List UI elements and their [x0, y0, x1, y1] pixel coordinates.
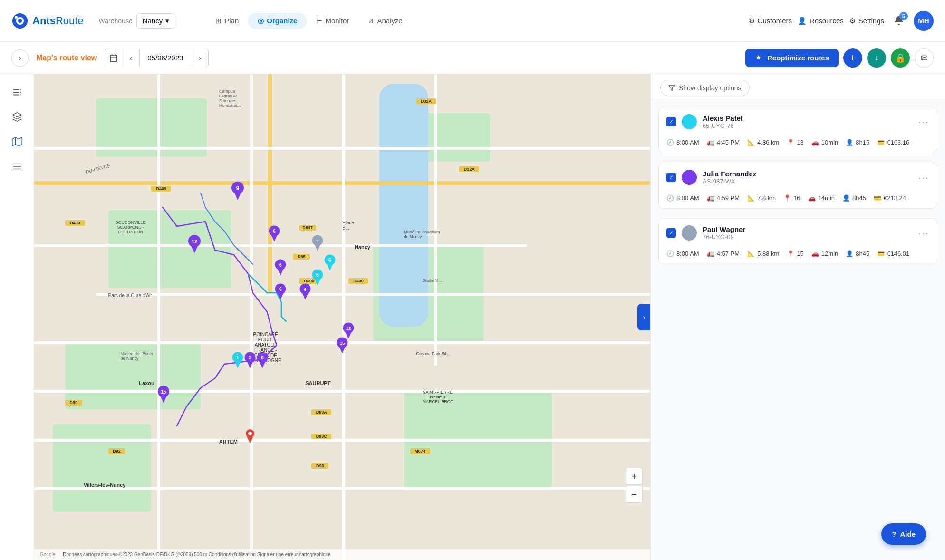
d93-label: D93: [311, 463, 328, 469]
nav-analyze[interactable]: ⊿ Analyze: [358, 13, 412, 29]
expand-button[interactable]: ›: [637, 304, 650, 330]
logo[interactable]: AntsRoute: [11, 12, 84, 29]
map-pin-6-mid[interactable]: 6: [274, 259, 287, 278]
map-pin-5-center[interactable]: 5: [311, 269, 324, 288]
map-pin-6-lower[interactable]: 6: [256, 351, 269, 370]
sidebar-map[interactable]: [7, 131, 28, 152]
settings-icon: ⚙: [849, 17, 856, 25]
subheader-actions: Reoptimize routes + ↓ 🔒 ✉: [745, 48, 934, 68]
label-saurupt: SAURUPT: [305, 380, 330, 386]
d32a-label-2: D32A: [459, 166, 479, 172]
clock-icon: 🕗: [666, 139, 674, 146]
svg-marker-67: [669, 86, 675, 91]
road-h3: [96, 293, 650, 296]
d92-label: D92: [108, 448, 125, 454]
map-pin-9-mid[interactable]: 9: [311, 234, 324, 253]
rocket-icon: [755, 54, 763, 62]
sidebar-list[interactable]: [7, 156, 28, 177]
stat-worktime-julia: 👤 8h45: [842, 194, 874, 202]
map-pin-3[interactable]: 3: [243, 351, 257, 370]
map-pin-15-lower[interactable]: 15: [336, 337, 349, 356]
cost-icon-j: 💳: [874, 194, 881, 202]
map-pin-60[interactable]: 6: [299, 283, 312, 302]
calendar-button[interactable]: [105, 49, 122, 67]
add-button[interactable]: +: [843, 48, 862, 68]
email-icon: ✉: [921, 53, 928, 63]
stat-cost-julia: 💳 €213.24: [874, 194, 914, 202]
stat-distance-paul: 📐 5.88 km: [747, 250, 787, 257]
settings-label: Settings: [858, 17, 884, 25]
d93a-label: D93A: [311, 409, 331, 415]
route-name-alexis: Alexis Patel: [703, 114, 913, 122]
svg-rect-12: [20, 92, 21, 93]
nav-analyze-label: Analyze: [377, 17, 402, 25]
nav-monitor-label: Monitor: [325, 17, 349, 25]
location-icon: 📍: [787, 139, 794, 146]
resources-nav[interactable]: 👤 Resources: [798, 17, 844, 25]
lock-button[interactable]: 🔒: [891, 48, 910, 68]
map-pin-9-top[interactable]: 9: [230, 181, 245, 202]
zoom-in-button[interactable]: +: [626, 468, 643, 485]
reoptimize-button[interactable]: Reoptimize routes: [745, 49, 839, 67]
stat-end-paul: 🚛 4:57 PM: [707, 250, 747, 257]
map-view[interactable]: D32A D32A D400 D400 D657 D65 D400 D400 D…: [34, 74, 650, 560]
email-button[interactable]: ✉: [915, 48, 934, 68]
zoom-out-button[interactable]: −: [626, 486, 643, 503]
plan-icon: ⊞: [215, 17, 222, 25]
display-options-label: Show display options: [679, 84, 742, 92]
svg-marker-65: [247, 437, 253, 443]
route-id-paul: 76-UYG-09: [703, 233, 913, 241]
user-avatar[interactable]: MH: [914, 11, 934, 31]
download-button[interactable]: ↓: [867, 48, 886, 68]
nav-organize[interactable]: ◎ Organize: [248, 13, 307, 29]
prev-date-button[interactable]: ‹: [122, 49, 139, 67]
route-avatar-julia: [682, 170, 697, 185]
customers-nav[interactable]: ⚙ Customers: [749, 17, 792, 25]
d400-label-4: D400: [348, 278, 368, 284]
logo-icon: [11, 12, 29, 29]
map-pin-12-left[interactable]: 12: [187, 234, 202, 255]
next-date-button[interactable]: ›: [191, 49, 208, 67]
map-pin-15-bottom[interactable]: 15: [156, 385, 171, 405]
left-sidebar: [0, 74, 34, 560]
settings-nav[interactable]: ⚙ Settings: [849, 17, 884, 25]
warehouse-selector[interactable]: Warehouse Nancy ▾: [99, 13, 176, 29]
svg-marker-26: [271, 234, 278, 242]
person-icon-j: 👤: [842, 194, 850, 202]
chevron-down-icon: ▾: [165, 17, 169, 25]
stat-worktime-paul: 👤 8h45: [846, 250, 877, 257]
date-display: 05/06/2023: [139, 49, 191, 67]
label-laxou: Laxou: [139, 380, 154, 386]
notification-button[interactable]: 5: [890, 12, 908, 30]
map-pin-6-cluster[interactable]: 6: [274, 283, 287, 302]
route-checkbox-paul[interactable]: ✓: [666, 228, 676, 238]
route-checkbox-alexis[interactable]: ✓: [666, 117, 676, 126]
main-content: D32A D32A D400 D400 D657 D65 D400 D400 D…: [0, 74, 945, 560]
route-more-julia[interactable]: ···: [918, 173, 929, 182]
route-more-paul[interactable]: ···: [918, 228, 929, 238]
help-button[interactable]: ? Aide: [881, 523, 926, 545]
nav-plan[interactable]: ⊞ Plan: [206, 13, 248, 29]
svg-marker-38: [302, 292, 309, 300]
map-pin-6-right[interactable]: 6: [323, 254, 337, 273]
svg-rect-4: [110, 55, 117, 62]
sidebar-layers[interactable]: [7, 106, 28, 127]
route-checkbox-julia[interactable]: ✓: [666, 173, 676, 182]
display-options-button[interactable]: Show display options: [660, 80, 750, 96]
collapse-button[interactable]: ›: [11, 49, 29, 67]
top-navigation: AntsRoute Warehouse Nancy ▾ ⊞ Plan ◎ Org…: [0, 0, 945, 42]
nav-monitor[interactable]: ⊢ Monitor: [307, 13, 358, 29]
warehouse-dropdown[interactable]: Nancy ▾: [136, 13, 176, 29]
stat-drivetime-julia: 🚗 14min: [808, 194, 842, 202]
resources-icon: 👤: [798, 17, 807, 25]
map-pin-6-top[interactable]: 6: [268, 225, 281, 244]
map-pin-1[interactable]: 1: [231, 351, 244, 370]
road-d400-v: [268, 74, 272, 293]
svg-marker-44: [327, 263, 333, 271]
car-icon: 🚗: [811, 139, 819, 146]
map-route-label: Map's route view: [36, 54, 97, 62]
sidebar-tasks[interactable]: [7, 82, 28, 103]
label-du-lievre: -DU-LIÈVRE: [83, 163, 111, 175]
route-more-alexis[interactable]: ···: [918, 117, 929, 126]
d93c-label: D93C: [311, 434, 331, 439]
